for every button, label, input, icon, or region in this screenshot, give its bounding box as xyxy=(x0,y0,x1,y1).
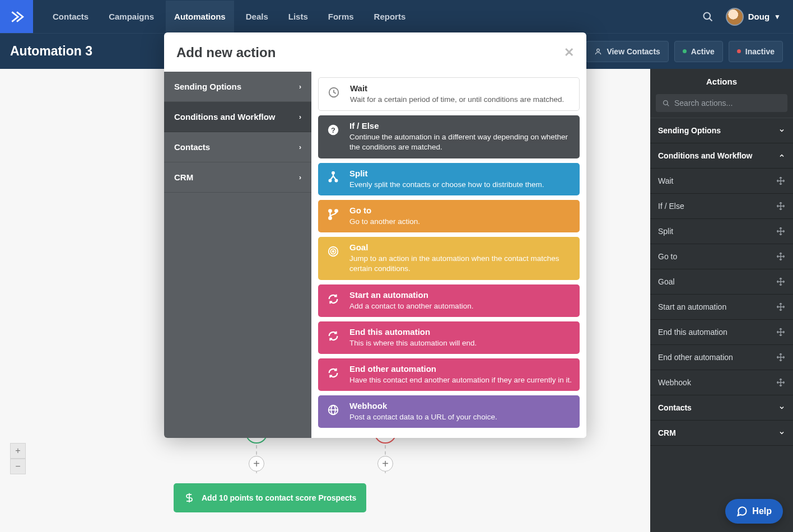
view-contacts-button[interactable]: View Contacts xyxy=(586,41,668,62)
nav-forms[interactable]: Forms xyxy=(320,1,362,32)
action-goal[interactable]: GoalJump to an action in the automation … xyxy=(318,237,580,279)
inactive-label: Inactive xyxy=(745,47,775,56)
sidebar-item-webhook[interactable]: Webhook xyxy=(650,370,793,395)
category-crm[interactable]: CRM › xyxy=(164,162,311,193)
action-text: SplitEvenly split the contacts or choose… xyxy=(349,169,544,190)
move-icon xyxy=(776,176,785,185)
action-title: Goal xyxy=(349,242,572,252)
move-icon xyxy=(776,353,785,362)
sidebar-item-split[interactable]: Split xyxy=(650,219,793,244)
section-crm[interactable]: CRM xyxy=(650,421,793,446)
item-label: End other automation xyxy=(658,353,733,362)
add-action-node[interactable]: + xyxy=(249,456,264,472)
action-desc: Post a contact data to a URL of your cho… xyxy=(349,412,497,422)
section-label: Contacts xyxy=(658,403,692,412)
refresh-icon xyxy=(326,329,340,343)
app-logo[interactable] xyxy=(0,0,33,33)
search-icon[interactable] xyxy=(702,11,713,22)
zoom-in-button[interactable]: + xyxy=(10,443,26,459)
action-webhook[interactable]: WebhookPost a contact data to a URL of y… xyxy=(318,395,580,428)
nav-items: Contacts Campaigns Automations Deals Lis… xyxy=(44,1,414,32)
zoom-out-button[interactable]: − xyxy=(10,459,26,474)
category-label: Contacts xyxy=(174,142,210,152)
chevron-up-icon xyxy=(778,152,785,159)
action-desc: Add a contact to another automation. xyxy=(349,301,473,311)
inactive-status-button[interactable]: Inactive xyxy=(729,41,783,62)
action-start-automation[interactable]: Start an automationAdd a contact to anot… xyxy=(318,284,580,317)
search-actions-input[interactable]: Search actions... xyxy=(656,94,787,112)
section-conditions[interactable]: Conditions and Workflow xyxy=(650,143,793,169)
score-action-block[interactable]: Add 10 points to contact score Prospects xyxy=(174,483,366,512)
action-end-automation[interactable]: End this automationThis is where this au… xyxy=(318,321,580,354)
item-label: Go to xyxy=(658,252,677,261)
action-split[interactable]: SplitEvenly split the contacts or choose… xyxy=(318,163,580,195)
action-text: If / ElseContinue the automation in a di… xyxy=(349,121,572,152)
action-title: Webhook xyxy=(349,401,497,410)
modal-body: Sending Options › Conditions and Workflo… xyxy=(164,72,586,438)
category-label: Conditions and Workflow xyxy=(174,112,276,122)
section-label: Sending Options xyxy=(658,126,721,135)
action-end-other-automation[interactable]: End other automationHave this contact en… xyxy=(318,358,580,391)
sidebar-item-goto[interactable]: Go to xyxy=(650,244,793,269)
item-label: Webhook xyxy=(658,378,691,387)
action-title: Wait xyxy=(350,83,564,93)
action-text: WebhookPost a contact data to a URL of y… xyxy=(349,401,497,422)
item-label: Start an automation xyxy=(658,302,726,311)
nav-lists[interactable]: Lists xyxy=(280,1,316,32)
move-icon xyxy=(776,202,785,211)
sidebar-accordion: Sending Options Conditions and Workflow … xyxy=(650,118,793,446)
move-icon xyxy=(776,378,785,387)
category-sending[interactable]: Sending Options › xyxy=(164,72,311,102)
category-contacts[interactable]: Contacts › xyxy=(164,132,311,162)
action-wait[interactable]: WaitWait for a certain period of time, o… xyxy=(318,77,580,111)
status-dot-green xyxy=(683,49,687,53)
action-desc: Continue the automation in a different w… xyxy=(349,132,572,152)
action-title: End this automation xyxy=(349,327,477,337)
sidebar-item-ifelse[interactable]: If / Else xyxy=(650,194,793,219)
active-label: Active xyxy=(691,47,715,56)
chevron-right-icon: › xyxy=(299,174,301,181)
sidebar-item-endother[interactable]: End other automation xyxy=(650,345,793,370)
nav-reports[interactable]: Reports xyxy=(366,1,414,32)
action-desc: Jump to an action in the automation when… xyxy=(349,254,572,274)
globe-icon xyxy=(326,403,340,417)
nav-contacts[interactable]: Contacts xyxy=(44,1,97,32)
svg-point-13 xyxy=(335,209,338,212)
chat-icon xyxy=(736,506,748,517)
action-title: Start an automation xyxy=(349,290,473,300)
sidebar-item-endauto[interactable]: End this automation xyxy=(650,320,793,345)
user-menu[interactable]: Doug ▼ xyxy=(726,8,781,26)
target-icon xyxy=(326,244,340,259)
action-desc: This is where this automation will end. xyxy=(349,338,477,348)
section-sending[interactable]: Sending Options xyxy=(650,118,793,143)
move-icon xyxy=(776,252,785,261)
avatar xyxy=(726,8,744,26)
svg-point-17 xyxy=(333,251,334,253)
action-ifelse[interactable]: ? If / ElseContinue the automation in a … xyxy=(318,115,580,158)
branch-icon xyxy=(326,207,340,222)
sidebar-item-wait[interactable]: Wait xyxy=(650,169,793,194)
category-label: Sending Options xyxy=(174,82,241,91)
modal-action-list: WaitWait for a certain period of time, o… xyxy=(311,72,586,438)
nav-campaigns[interactable]: Campaigns xyxy=(100,1,162,32)
action-text: End this automationThis is where this au… xyxy=(349,327,477,348)
action-title: End other automation xyxy=(349,364,572,374)
section-contacts[interactable]: Contacts xyxy=(650,395,793,421)
help-button[interactable]: Help xyxy=(725,499,783,524)
nav-deals[interactable]: Deals xyxy=(237,1,277,32)
add-action-node[interactable]: + xyxy=(377,456,393,472)
active-status-button[interactable]: Active xyxy=(674,41,723,62)
top-nav: Contacts Campaigns Automations Deals Lis… xyxy=(0,0,793,33)
action-desc: Evenly split the contacts or choose how … xyxy=(349,180,544,190)
sidebar-item-startauto[interactable]: Start an automation xyxy=(650,295,793,320)
add-action-modal: Add new action ✕ Sending Options › Condi… xyxy=(164,32,586,438)
close-icon[interactable]: ✕ xyxy=(564,45,574,60)
category-conditions[interactable]: Conditions and Workflow › xyxy=(164,102,311,132)
sidebar-item-goal[interactable]: Goal xyxy=(650,269,793,295)
action-desc: Wait for a certain period of time, or un… xyxy=(350,95,564,105)
svg-point-9 xyxy=(332,172,334,174)
zoom-controls: + − xyxy=(10,443,26,474)
nav-automations[interactable]: Automations xyxy=(166,1,234,32)
action-goto[interactable]: Go toGo to another action. xyxy=(318,200,580,232)
action-text: GoalJump to an action in the automation … xyxy=(349,242,572,274)
